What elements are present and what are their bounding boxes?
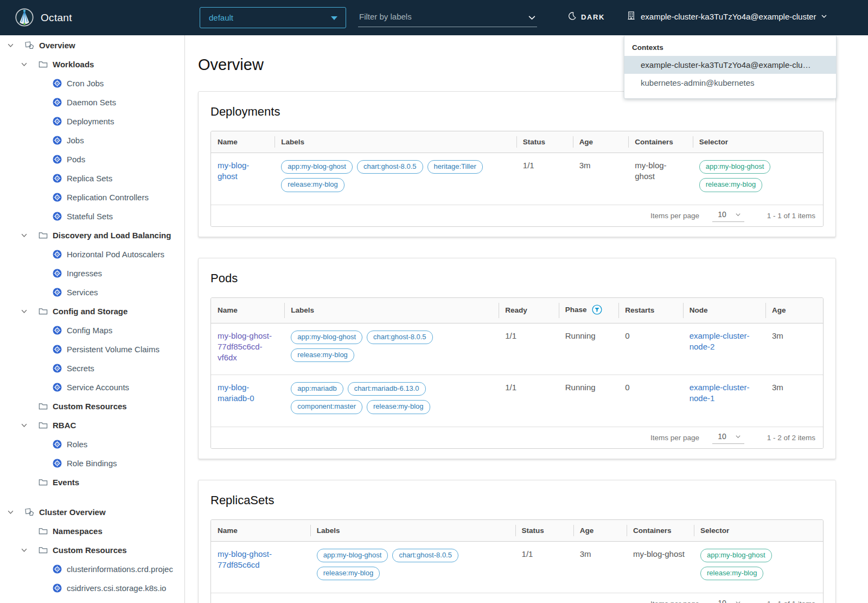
column-label: Node	[690, 306, 708, 314]
sidebar-item-namespaces[interactable]: Namespaces	[0, 522, 184, 541]
sidebar-item-secrets[interactable]: Secrets	[0, 359, 184, 378]
chevron-down-icon[interactable]	[21, 422, 39, 429]
items-per-page-label: Items per page	[650, 212, 699, 220]
column-header-ready[interactable]: Ready	[499, 298, 559, 323]
column-header-age[interactable]: Age	[573, 520, 627, 542]
context-option-1[interactable]: example-cluster-ka3TuTzYo4a@example-clu…	[624, 56, 836, 74]
sidebar-item-persistent-volume-claims[interactable]: Persistent Volume Claims	[0, 340, 184, 359]
column-header-labels[interactable]: Labels	[284, 298, 499, 323]
page-size-select[interactable]: 10	[712, 598, 744, 603]
chevron-down-icon[interactable]	[21, 232, 39, 239]
column-header-status[interactable]: Status	[515, 520, 573, 542]
folder-icon	[39, 421, 48, 430]
label-pill: release:my-blog	[291, 348, 354, 362]
page-size-select[interactable]: 10	[712, 209, 744, 222]
sidebar-item-role-bindings[interactable]: Role Bindings	[0, 454, 184, 473]
sidebar-item-csidrivers-csi-storage-k8s-io[interactable]: csidrivers.csi.storage.k8s.io	[0, 579, 184, 598]
column-header-selector[interactable]: Selector	[693, 131, 823, 153]
context-switcher[interactable]: example-cluster-ka3TuTzYo4a@example-clus…	[627, 11, 827, 22]
label-pill: app:my-blog-ghost	[317, 549, 388, 562]
caret-down-icon	[735, 212, 741, 218]
sidebar-item-label: Pods	[67, 155, 85, 164]
resource-link[interactable]: my-blog-ghost-77df85c6cd-vf6dx	[218, 331, 272, 363]
sidebar-item-cron-jobs[interactable]: Cron Jobs	[0, 74, 184, 93]
sidebar-item-horizontal-pod-autoscalers[interactable]: Horizontal Pod Autoscalers	[0, 245, 184, 264]
column-header-phase[interactable]: Phase	[559, 298, 619, 323]
resource-icon	[53, 345, 62, 354]
resource-icon	[53, 174, 62, 183]
column-header-node[interactable]: Node	[683, 298, 765, 323]
sidebar-item-discovery-and-load-balancing[interactable]: Discovery and Load Balancing	[0, 226, 184, 245]
replicasets-table: NameLabelsStatusAgeContainersSelectormy-…	[210, 519, 824, 603]
label-filter-input[interactable]	[358, 9, 537, 27]
sidebar-item-service-accounts[interactable]: Service Accounts	[0, 378, 184, 397]
sidebar-item-clusterinformations-crd-projec[interactable]: clusterinformations.crd.projec	[0, 560, 184, 579]
column-header-labels[interactable]: Labels	[275, 131, 516, 153]
cell-value: 3m	[579, 161, 591, 170]
resource-icon	[53, 440, 62, 449]
column-header-name[interactable]: Name	[211, 520, 310, 542]
sidebar-item-overview[interactable]: Overview	[0, 36, 184, 55]
sidebar-item-label: Ingresses	[67, 269, 102, 278]
label-pill: release:my-blog	[281, 178, 344, 192]
sidebar-item-jobs[interactable]: Jobs	[0, 131, 184, 150]
chevron-down-icon[interactable]	[7, 509, 25, 516]
sidebar-item-ingresses[interactable]: Ingresses	[0, 264, 184, 283]
column-header-status[interactable]: Status	[516, 131, 573, 153]
sidebar-item-label: Config and Storage	[53, 307, 127, 316]
page-size-select[interactable]: 10	[712, 431, 744, 444]
sidebar-item-rbac[interactable]: RBAC	[0, 416, 184, 435]
column-header-containers[interactable]: Containers	[628, 131, 692, 153]
sidebar-item-cluster-overview[interactable]: Cluster Overview	[0, 503, 184, 522]
cell: app:my-blog-ghostrelease:my-blog	[693, 153, 823, 205]
column-label: Phase	[565, 306, 587, 314]
sidebar-item-label: Overview	[39, 41, 75, 50]
sidebar-item-replication-controllers[interactable]: Replication Controllers	[0, 188, 184, 207]
resource-link[interactable]: my-blog-ghost-77df85c6cd	[218, 549, 272, 569]
resource-link[interactable]: example-cluster-node-1	[690, 383, 750, 403]
column-header-selector[interactable]: Selector	[694, 520, 823, 542]
column-header-labels[interactable]: Labels	[310, 520, 515, 542]
table-row: my-blog-ghostapp:my-blog-ghostchart:ghos…	[211, 153, 823, 205]
chevron-down-icon[interactable]	[528, 14, 536, 24]
chevron-down-icon[interactable]	[21, 308, 39, 315]
selector-pill: app:my-blog-ghost	[699, 160, 771, 174]
cell: example-cluster-node-1	[683, 375, 765, 427]
cell: 1/1	[515, 542, 573, 593]
column-header-age[interactable]: Age	[573, 131, 629, 153]
sidebar-item-workloads[interactable]: Workloads	[0, 55, 184, 74]
theme-toggle[interactable]: DARK	[567, 11, 605, 23]
column-header-restarts[interactable]: Restarts	[618, 298, 682, 323]
sidebar-item-daemon-sets[interactable]: Daemon Sets	[0, 93, 184, 112]
caret-down-icon	[735, 434, 741, 440]
column-header-containers[interactable]: Containers	[627, 520, 694, 542]
resource-link[interactable]: my-blog-mariadb-0	[218, 383, 254, 403]
sidebar-item-events[interactable]: Events	[0, 473, 184, 492]
sidebar-item-replica-sets[interactable]: Replica Sets	[0, 169, 184, 188]
sidebar-item-deployments[interactable]: Deployments	[0, 112, 184, 131]
sidebar-item-services[interactable]: Services	[0, 283, 184, 302]
sidebar-item-stateful-sets[interactable]: Stateful Sets	[0, 207, 184, 226]
namespace-selector[interactable]: default	[200, 7, 346, 28]
resource-link[interactable]: example-cluster-node-2	[690, 331, 750, 351]
sidebar-item-pods[interactable]: Pods	[0, 150, 184, 169]
sidebar-item-roles[interactable]: Roles	[0, 435, 184, 454]
sidebar-item-custom-resources[interactable]: Custom Resources	[0, 541, 184, 560]
chevron-down-icon[interactable]	[21, 547, 39, 554]
column-header-age[interactable]: Age	[765, 298, 823, 323]
context-option-2[interactable]: kubernetes-admin@kubernetes	[624, 74, 836, 92]
column-label: Selector	[699, 138, 728, 146]
resource-icon	[53, 98, 62, 107]
chevron-down-icon[interactable]	[21, 61, 39, 68]
sidebar-item-custom-resources[interactable]: Custom Resources	[0, 397, 184, 416]
sidebar-item-config-and-storage[interactable]: Config and Storage	[0, 302, 184, 321]
sidebar-item-config-maps[interactable]: Config Maps	[0, 321, 184, 340]
chevron-down-icon[interactable]	[7, 42, 25, 49]
column-header-name[interactable]: Name	[211, 298, 284, 323]
column-header-name[interactable]: Name	[211, 131, 275, 153]
resource-icon	[53, 383, 62, 392]
resource-link[interactable]: my-blog-ghost	[218, 161, 249, 181]
folder-icon	[39, 545, 48, 555]
folder-icon	[39, 231, 48, 240]
filter-icon[interactable]	[592, 304, 602, 316]
